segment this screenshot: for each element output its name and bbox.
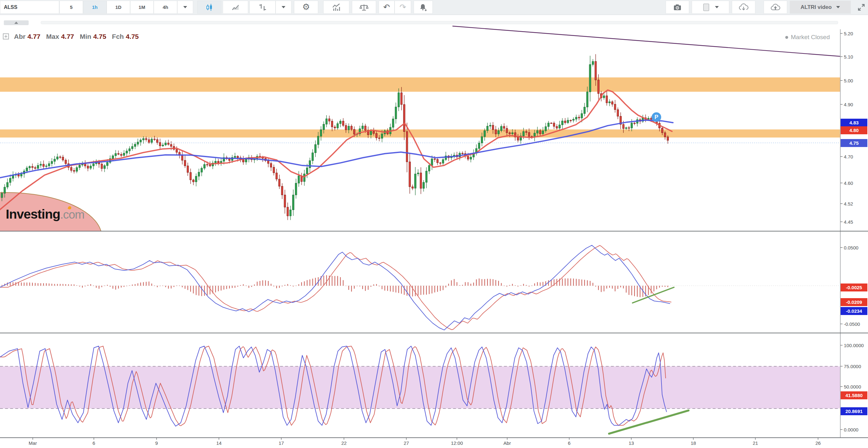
indicators-button[interactable] xyxy=(323,1,349,14)
axis-tick-label: 0.0500 xyxy=(844,245,859,250)
compare-button[interactable] xyxy=(352,1,376,14)
fullscreen-expand-icon xyxy=(858,3,865,11)
drawing-ellipse xyxy=(0,192,102,282)
bar-chart-icon xyxy=(258,3,267,11)
close-value: 4.75 xyxy=(126,33,139,40)
high-label: Max xyxy=(46,33,59,40)
open-value: 4.77 xyxy=(27,33,40,40)
line-style-button[interactable] xyxy=(223,1,248,14)
high-value: 4.77 xyxy=(61,33,74,40)
time-axis-label: 6 xyxy=(93,440,95,446)
chevron-down-icon xyxy=(183,6,187,8)
timeframe-1m[interactable]: 1M xyxy=(130,1,154,14)
chevron-down-icon xyxy=(836,6,840,8)
axis-tick-label: 50.0000 xyxy=(844,384,861,389)
chevron-down-icon xyxy=(715,6,719,8)
save-layout-button[interactable] xyxy=(764,1,787,14)
axis-tick-label: 0.0000 xyxy=(844,427,859,433)
stoch-overbought-oversold-band xyxy=(0,366,840,409)
time-axis-label: 27 xyxy=(404,440,409,446)
price-value-label: 4.80 xyxy=(841,126,867,134)
axis-tick-label: 4.90 xyxy=(844,102,853,107)
time-axis-label: 17 xyxy=(279,440,284,446)
symbol-label: ALSS xyxy=(4,4,18,10)
layout-template-icon xyxy=(702,3,710,11)
chevron-down-icon xyxy=(282,6,285,8)
price-value-label: 20.8691 xyxy=(841,407,867,415)
line-chart-icon xyxy=(231,3,240,11)
price-value-label: -0.0025 xyxy=(841,284,867,291)
logo-suffix: .com xyxy=(60,208,84,221)
chevron-up-icon xyxy=(14,22,18,24)
time-axis-label: 12:00 xyxy=(451,440,463,446)
bars-style-button[interactable] xyxy=(249,1,276,14)
logo-brand: Investing xyxy=(6,207,60,221)
price-chart-canvas[interactable]: P xyxy=(0,0,868,448)
status-dot-icon xyxy=(785,36,788,39)
main-panel xyxy=(0,54,840,282)
add-alert-button[interactable] xyxy=(414,1,433,14)
price-value-label: -0.0209 xyxy=(841,298,867,306)
publish-button[interactable]: ALTRI video xyxy=(790,1,851,14)
market-status-text: Market Closed xyxy=(791,34,830,41)
toolbar-collapse-handle[interactable] xyxy=(4,20,29,25)
timeframe-dropdown-button[interactable] xyxy=(177,1,193,14)
axis-tick-label: 4.60 xyxy=(844,181,853,186)
close-label: Fch xyxy=(112,33,124,40)
snapshot-button[interactable] xyxy=(665,1,689,14)
timeframe-5[interactable]: 5 xyxy=(60,1,83,14)
svg-text:P: P xyxy=(654,114,658,120)
stoch-green-trendline xyxy=(609,411,688,434)
time-axis-label: 13 xyxy=(629,440,634,446)
price-value-label: 41.5880 xyxy=(841,391,867,399)
axis-tick-label: 5.10 xyxy=(844,54,853,60)
fullscreen-button[interactable] xyxy=(855,1,868,14)
investing-logo: Investing.com xyxy=(6,207,84,222)
plus-square-icon[interactable] xyxy=(3,33,9,40)
ohlc-legend: Abr 4.77 Max 4.77 Min 4.75 Fch 4.75 xyxy=(3,33,141,40)
macd-line xyxy=(0,245,670,330)
pivot-marker: P xyxy=(652,112,661,122)
gear-icon: ⚙ xyxy=(302,3,310,11)
settings-button[interactable]: ⚙ xyxy=(294,1,318,14)
symbol-button[interactable]: ALSS xyxy=(0,1,59,14)
redo-icon: ↷ xyxy=(400,3,406,11)
time-axis-label: 9 xyxy=(155,440,158,446)
axis-tick-label: 5.20 xyxy=(844,31,853,36)
compare-scales-icon xyxy=(360,3,368,11)
pane-drag-handle[interactable] xyxy=(41,21,838,24)
time-axis-label: Mar xyxy=(29,440,37,446)
timeframe-1h[interactable]: 1h xyxy=(83,1,106,14)
cloud-load-icon xyxy=(739,3,749,11)
timeframe-4h[interactable]: 4h xyxy=(154,1,177,14)
cloud-save-icon xyxy=(770,3,780,11)
load-layout-button[interactable] xyxy=(732,1,755,14)
axis-tick-label: 4.70 xyxy=(844,154,853,159)
price-value-label: 4.75 xyxy=(841,139,867,147)
descending-trendline xyxy=(453,26,840,56)
candlestick-icon xyxy=(205,3,214,11)
undo-button[interactable]: ↶ xyxy=(379,1,395,14)
layout-button[interactable] xyxy=(692,1,729,14)
axis-tick-label: 4.45 xyxy=(844,219,853,225)
time-axis-label: 21 xyxy=(753,440,758,446)
supply-zone-band xyxy=(0,77,840,92)
timeframe-1d[interactable]: 1D xyxy=(106,1,130,14)
alert-bell-icon xyxy=(419,3,428,11)
open-label: Abr xyxy=(14,33,26,40)
time-axis-label: Abr xyxy=(503,440,511,446)
time-axis-label: 26 xyxy=(815,440,821,446)
stochastic-panel xyxy=(0,346,840,434)
candlestick-style-button[interactable] xyxy=(197,1,221,14)
redo-button[interactable]: ↷ xyxy=(395,1,411,14)
price-value-label: -0.0234 xyxy=(841,307,867,315)
supply-zone-band xyxy=(0,129,840,137)
macd-panel xyxy=(0,245,840,330)
undo-icon: ↶ xyxy=(383,3,390,11)
price-value-label: 4.83 xyxy=(841,119,867,127)
axis-tick-label: 100.0000 xyxy=(844,343,864,348)
time-axis-label: 14 xyxy=(216,440,222,446)
market-status: Market Closed xyxy=(785,34,830,41)
top-toolbar: ALSS 5 1h 1D 1M 4h xyxy=(0,0,868,15)
style-dropdown-button[interactable] xyxy=(276,1,291,14)
